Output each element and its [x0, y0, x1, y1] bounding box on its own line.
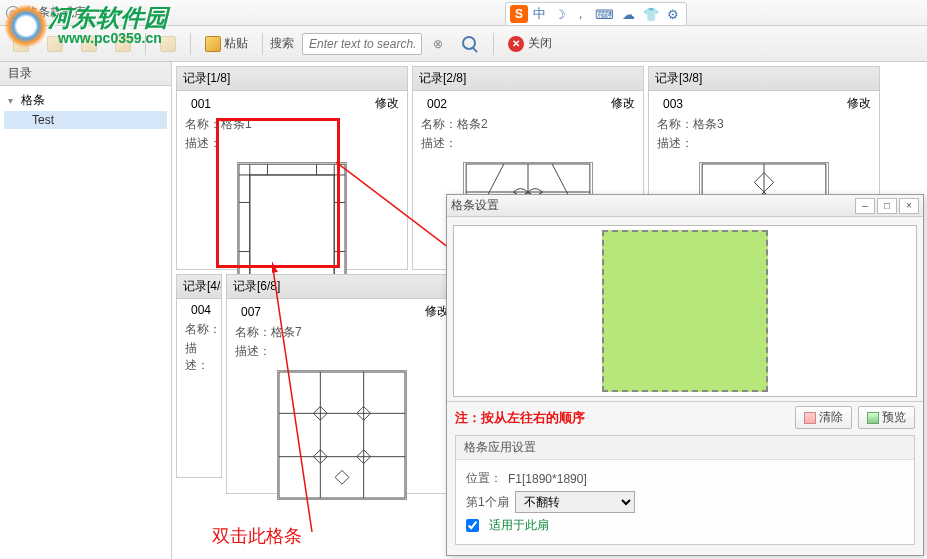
record-id-link[interactable]: 003 [663, 97, 683, 111]
sidebar: 目录 ▾格条 Test [0, 62, 172, 559]
name-label: 名称： [185, 117, 221, 131]
desc-label: 描述： [185, 136, 221, 150]
dialog-preview-area [453, 225, 917, 397]
clear-label: 清除 [819, 409, 843, 426]
edit-link[interactable]: 修改 [847, 95, 871, 112]
ime-moon-icon[interactable]: ☽ [551, 7, 569, 22]
expander-icon[interactable]: ▾ [8, 95, 18, 106]
svg-rect-21 [279, 372, 405, 498]
ime-toolbar: S 中 ☽ ， ⌨ ☁ 👕 ⚙ [505, 2, 687, 26]
toolbar-btn-5[interactable] [153, 32, 183, 56]
name-value: 格条1 [221, 117, 252, 131]
dialog-title: 格条设置 [451, 197, 499, 214]
window-title: 格条款式库 [26, 4, 86, 21]
name-value: 格条3 [693, 117, 724, 131]
apply-label: 适用于此扇 [489, 517, 549, 534]
pattern-thumbnail [277, 370, 407, 500]
sidebar-header: 目录 [0, 62, 171, 86]
dialog-titlebar[interactable]: 格条设置 – □ × [447, 195, 923, 217]
toolbar-btn-3[interactable] [74, 32, 104, 56]
toolbar-icon [13, 36, 29, 52]
ime-cloud-icon[interactable]: ☁ [619, 7, 638, 22]
apply-row: 适用于此扇 [466, 517, 904, 534]
clear-icon [804, 412, 816, 424]
settings-dialog: 格条设置 – □ × 注：按从左往右的顺序 清除 预览 格条应用设置 位置： F… [446, 194, 924, 556]
preview-canvas [602, 230, 768, 392]
toolbar-btn-4[interactable] [108, 32, 138, 56]
ime-settings-icon[interactable]: ⚙ [664, 7, 682, 22]
record-id-link[interactable]: 002 [427, 97, 447, 111]
record-header: 记录[3/8] [649, 67, 879, 91]
name-label: 名称： [235, 325, 271, 339]
order-note: 注：按从左往右的顺序 [455, 409, 585, 427]
close-label: 关闭 [528, 35, 552, 52]
record-header: 记录[2/8] [413, 67, 643, 91]
record-title: 记录[4/8] [183, 278, 222, 295]
fan-row: 第1个扇 不翻转 [466, 491, 904, 513]
position-label: 位置： [466, 470, 502, 487]
search-input[interactable] [302, 33, 422, 55]
record-id-link[interactable]: 001 [191, 97, 211, 111]
name-value: 格条2 [457, 117, 488, 131]
separator [190, 33, 191, 55]
record-header: 记录[4/8] [177, 275, 221, 299]
flip-select[interactable]: 不翻转 [515, 491, 635, 513]
paste-icon [205, 36, 221, 52]
desc-label: 描述： [657, 136, 693, 150]
settings-panel: 格条应用设置 位置： F1[1890*1890] 第1个扇 不翻转 适用于此扇 [455, 435, 915, 545]
preview-button[interactable]: 预览 [858, 406, 915, 429]
paste-label: 粘贴 [224, 35, 248, 52]
apply-checkbox[interactable] [466, 519, 479, 532]
record-title: 记录[3/8] [655, 70, 702, 87]
tree-root[interactable]: ▾格条 [4, 90, 167, 111]
close-dialog-button[interactable]: × [899, 198, 919, 214]
tree-child-test[interactable]: Test [4, 111, 167, 129]
ime-skin-icon[interactable]: 👕 [640, 7, 662, 22]
toolbar-btn-1[interactable] [6, 32, 36, 56]
record-id-link[interactable]: 004 [191, 303, 211, 317]
toolbar-icon [47, 36, 63, 52]
record-card[interactable]: 记录[4/8] 004 名称：格条4 描述： [176, 274, 222, 478]
record-id-link[interactable]: 007 [241, 305, 261, 319]
edit-link[interactable]: 修改 [375, 95, 399, 112]
record-header: 记录[6/8] [227, 275, 457, 299]
record-card[interactable]: 记录[6/8] 007 修改 名称：格条7 描述： [226, 274, 458, 494]
maximize-button[interactable]: □ [877, 198, 897, 214]
main-toolbar: 粘贴 搜索 ⊗ ✕关闭 [0, 26, 927, 62]
preview-label: 预览 [882, 409, 906, 426]
record-header: 记录[1/8] [177, 67, 407, 91]
ime-punct-icon[interactable]: ， [571, 5, 590, 23]
search-icon [461, 35, 479, 53]
record-title: 记录[6/8] [233, 278, 280, 295]
desc-label: 描述： [235, 344, 271, 358]
sogou-icon[interactable]: S [510, 5, 528, 23]
ime-keyboard-icon[interactable]: ⌨ [592, 7, 617, 22]
preview-icon [867, 412, 879, 424]
toolbar-btn-2[interactable] [40, 32, 70, 56]
name-label: 名称： [185, 322, 221, 336]
name-value: 格条7 [271, 325, 302, 339]
separator [145, 33, 146, 55]
paste-button[interactable]: 粘贴 [198, 31, 255, 56]
desc-label: 描述： [185, 341, 209, 372]
desc-label: 描述： [421, 136, 457, 150]
search-label: 搜索 [270, 35, 294, 52]
separator [262, 33, 263, 55]
tree: ▾格条 Test [0, 86, 171, 133]
name-value: 格条4 [221, 322, 222, 336]
search-button[interactable] [454, 31, 486, 57]
minimize-button[interactable]: – [855, 198, 875, 214]
ime-mode[interactable]: 中 [530, 5, 549, 23]
toolbar-icon [115, 36, 131, 52]
close-button[interactable]: ✕关闭 [501, 31, 559, 56]
close-icon: ✕ [508, 36, 524, 52]
clear-button[interactable]: 清除 [795, 406, 852, 429]
search-clear[interactable]: ⊗ [426, 33, 450, 55]
edit-link[interactable]: 修改 [611, 95, 635, 112]
record-card[interactable]: 记录[1/8] 001 修改 名称：格条1 描述： [176, 66, 408, 270]
record-title: 记录[2/8] [419, 70, 466, 87]
position-value: F1[1890*1890] [508, 472, 587, 486]
fan-label: 第1个扇 [466, 494, 509, 511]
dialog-toolbar: 注：按从左往右的顺序 清除 预览 [447, 401, 923, 433]
name-label: 名称： [421, 117, 457, 131]
